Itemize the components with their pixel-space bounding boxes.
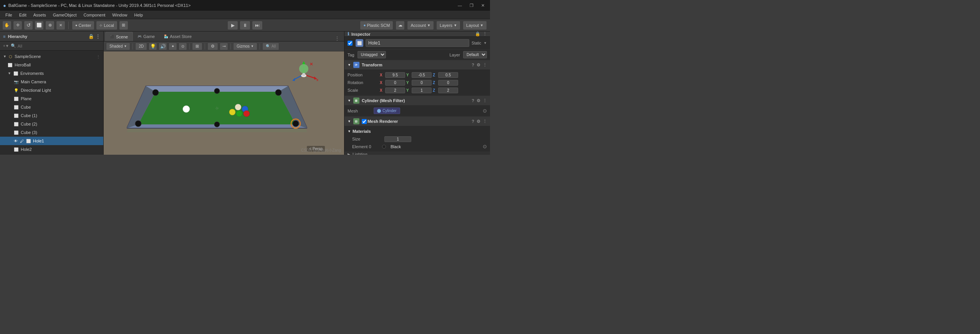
inspector-lock-icon[interactable]: 🔒 bbox=[475, 31, 480, 36]
mesh-renderer-help-icon[interactable]: ? bbox=[472, 119, 474, 124]
menu-help[interactable]: Help bbox=[131, 12, 146, 18]
account-btn[interactable]: Account ▼ bbox=[407, 21, 434, 30]
mesh-filter-settings-icon[interactable]: ⚙ bbox=[477, 98, 480, 103]
hierarchy-title: Hierarchy bbox=[8, 34, 27, 39]
menu-gameobject[interactable]: GameObject bbox=[50, 12, 80, 18]
tab-assetstore[interactable]: 🏪 Asset Store bbox=[159, 32, 196, 41]
tool-hand[interactable]: ✋ bbox=[2, 21, 12, 30]
plastic-scm-btn[interactable]: ● Plastic SCM bbox=[360, 21, 393, 30]
transform-header[interactable]: ▼ ⟳ Transform ? ⚙ ⋮ bbox=[344, 60, 490, 69]
hierarchy-item-cube3[interactable]: ⬜ Cube (3) bbox=[0, 128, 103, 137]
hierarchy-search-input[interactable] bbox=[18, 44, 100, 48]
tool-rect[interactable]: ⊕ bbox=[45, 21, 55, 30]
tab-scene[interactable]: ⬛ Scene bbox=[105, 32, 133, 41]
layout-btn[interactable]: Layout ▼ bbox=[463, 21, 487, 30]
samplescene-more[interactable]: ⋮ bbox=[96, 55, 100, 59]
tool-scale[interactable]: ⬜ bbox=[35, 21, 44, 30]
hierarchy-item-heroball[interactable]: ⬜ HeroBall bbox=[0, 61, 103, 69]
step-btn[interactable]: ⏭ bbox=[252, 21, 263, 30]
grid-btn[interactable]: ⊞ bbox=[119, 21, 128, 30]
local-btn[interactable]: ⊹ Local bbox=[96, 21, 117, 30]
hierarchy-more-icon[interactable]: ⋮ bbox=[96, 34, 100, 39]
hierarchy-item-hole1[interactable]: 👁 🖊 ⬜ Hole1 bbox=[0, 137, 103, 145]
2d-btn[interactable]: 2D bbox=[135, 43, 147, 50]
transform-settings-icon[interactable]: ⚙ bbox=[477, 63, 480, 68]
layer-select[interactable]: Default bbox=[463, 51, 487, 58]
hierarchy-lock-icon[interactable]: 🔒 bbox=[88, 34, 94, 39]
close-btn[interactable]: ✕ bbox=[479, 2, 487, 9]
minimize-btn[interactable]: — bbox=[455, 2, 464, 9]
svg-point-11 bbox=[214, 122, 220, 127]
mesh-renderer-enabled[interactable] bbox=[362, 119, 367, 124]
audio-btn[interactable]: 🔊 bbox=[159, 43, 167, 50]
inspector-more-icon[interactable]: ⋮ bbox=[483, 31, 487, 36]
mesh-filter-more-icon[interactable]: ⋮ bbox=[483, 98, 487, 103]
mesh-renderer-settings-icon[interactable]: ⚙ bbox=[477, 119, 480, 124]
plastic-scm-label: Plastic SCM bbox=[367, 23, 390, 28]
tab-game[interactable]: 🎮 Game bbox=[133, 32, 159, 41]
element0-target-icon[interactable]: ⊙ bbox=[483, 144, 487, 149]
size-input[interactable] bbox=[384, 136, 411, 142]
position-y[interactable] bbox=[412, 72, 432, 78]
hierarchy-item-hole3[interactable]: ⬜ Hole3 bbox=[0, 154, 103, 155]
scale-y[interactable] bbox=[412, 88, 432, 93]
center-btn[interactable]: ● Center bbox=[72, 21, 94, 30]
scene-hidden-btn[interactable]: ⊙ bbox=[179, 43, 187, 50]
position-x[interactable] bbox=[385, 72, 405, 78]
rotation-x[interactable] bbox=[385, 80, 405, 86]
transform-help-icon[interactable]: ? bbox=[472, 63, 474, 68]
hierarchy-item-plane[interactable]: ⬜ Plane bbox=[0, 94, 103, 103]
layers-btn[interactable]: Layers ▼ bbox=[436, 21, 460, 30]
tool-rotate[interactable]: ↺ bbox=[24, 21, 33, 30]
menu-edit[interactable]: Edit bbox=[16, 12, 30, 18]
mesh-renderer-header[interactable]: ▼ ⊟ Mesh Renderer ? ⚙ ⋮ bbox=[344, 117, 490, 126]
hierarchy-item-cube1[interactable]: ⬜ Cube (1) bbox=[0, 111, 103, 120]
mesh-filter-help-icon[interactable]: ? bbox=[472, 98, 474, 103]
hierarchy-item-enviroments[interactable]: ▼ ⬜ Enviroments bbox=[0, 69, 103, 78]
obj-enabled-checkbox[interactable] bbox=[348, 41, 353, 46]
transform-more-icon[interactable]: ⋮ bbox=[483, 63, 487, 68]
scene-viewport[interactable]: x ✕ < Persp CSDN @爱卷的小Zang bbox=[104, 51, 344, 155]
scale-x[interactable] bbox=[385, 88, 405, 93]
mesh-target-icon[interactable]: ⊙ bbox=[483, 108, 487, 114]
scale-z[interactable] bbox=[438, 88, 458, 93]
materials-arrow[interactable]: ▼ bbox=[348, 129, 351, 133]
render2-btn[interactable]: ⊸ bbox=[220, 43, 228, 50]
mesh-renderer-icon: ⊟ bbox=[353, 118, 359, 124]
scene-search-bar[interactable]: 🔍 All bbox=[262, 43, 279, 50]
fx-btn[interactable]: ✦ bbox=[169, 43, 177, 50]
tag-select[interactable]: Untagged bbox=[358, 51, 386, 58]
grid-snap-btn[interactable]: ⊞ bbox=[192, 43, 202, 50]
materials-label: Materials bbox=[353, 129, 371, 134]
tabs-more-btn[interactable]: ⋮ bbox=[335, 36, 343, 41]
tool-move[interactable]: ✛ bbox=[13, 21, 22, 30]
static-dropdown[interactable]: ▼ bbox=[483, 41, 487, 45]
hierarchy-item-directionallight[interactable]: 💡 Directional Light bbox=[0, 86, 103, 94]
tool-transform[interactable]: ✕ bbox=[56, 21, 65, 30]
hierarchy-item-cube2[interactable]: ⬜ Cube (2) bbox=[0, 120, 103, 128]
pause-btn[interactable]: ⏸ bbox=[240, 21, 250, 30]
maximize-btn[interactable]: ❐ bbox=[467, 2, 476, 9]
hierarchy-item-hole2[interactable]: ⬜ Hole2 bbox=[0, 145, 103, 154]
position-z[interactable] bbox=[438, 72, 458, 78]
mesh-renderer-more-icon[interactable]: ⋮ bbox=[483, 119, 487, 124]
cloud-btn[interactable]: ☁ bbox=[396, 21, 405, 30]
lights-btn[interactable]: 💡 bbox=[149, 43, 157, 50]
render-btn[interactable]: ⚙ bbox=[207, 43, 218, 50]
rotation-z[interactable] bbox=[438, 80, 458, 86]
mesh-value-btn[interactable]: Cylinder bbox=[374, 107, 400, 114]
hierarchy-item-samplescene[interactable]: ▼ ⬡ SampleScene ⋮ bbox=[0, 52, 103, 61]
hierarchy-item-maincamera[interactable]: 📷 Main Camera bbox=[0, 78, 103, 86]
mesh-filter-header[interactable]: ▼ ⊞ Cylinder (Mesh Filter) ? ⚙ ⋮ bbox=[344, 96, 490, 105]
menu-assets[interactable]: Assets bbox=[30, 12, 49, 18]
shaded-btn[interactable]: Shaded ▼ bbox=[106, 43, 130, 50]
menu-component[interactable]: Component bbox=[80, 12, 108, 18]
menu-window[interactable]: Window bbox=[109, 12, 130, 18]
hierarchy-item-cube[interactable]: ⬜ Cube bbox=[0, 103, 103, 111]
menu-file[interactable]: File bbox=[2, 12, 15, 18]
gizmos-btn[interactable]: Gizmos ▼ bbox=[233, 43, 257, 50]
rotation-y[interactable] bbox=[412, 80, 432, 86]
obj-name-input[interactable] bbox=[366, 39, 469, 47]
lighting-section[interactable]: ▶ Lighting bbox=[344, 152, 490, 155]
play-btn[interactable]: ▶ bbox=[227, 21, 238, 30]
